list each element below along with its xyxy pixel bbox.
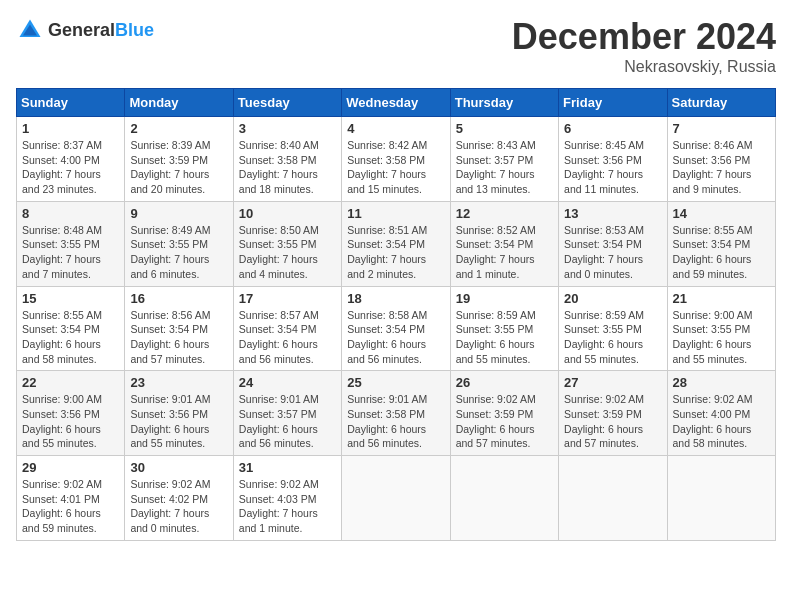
calendar-location: Nekrasovskiy, Russia xyxy=(512,58,776,76)
calendar-cell: 2Sunrise: 8:39 AM Sunset: 3:59 PM Daylig… xyxy=(125,117,233,202)
calendar-cell xyxy=(450,456,558,541)
day-number: 17 xyxy=(239,291,336,306)
day-number: 8 xyxy=(22,206,119,221)
day-detail: Sunrise: 9:01 AM Sunset: 3:57 PM Dayligh… xyxy=(239,392,336,451)
day-detail: Sunrise: 9:02 AM Sunset: 4:02 PM Dayligh… xyxy=(130,477,227,536)
day-number: 28 xyxy=(673,375,770,390)
day-number: 6 xyxy=(564,121,661,136)
calendar-cell: 25Sunrise: 9:01 AM Sunset: 3:58 PM Dayli… xyxy=(342,371,450,456)
col-tuesday: Tuesday xyxy=(233,89,341,117)
day-detail: Sunrise: 9:02 AM Sunset: 4:00 PM Dayligh… xyxy=(673,392,770,451)
calendar-week-5: 29Sunrise: 9:02 AM Sunset: 4:01 PM Dayli… xyxy=(17,456,776,541)
day-detail: Sunrise: 8:57 AM Sunset: 3:54 PM Dayligh… xyxy=(239,308,336,367)
logo-general: General xyxy=(48,20,115,40)
day-number: 16 xyxy=(130,291,227,306)
day-detail: Sunrise: 9:02 AM Sunset: 3:59 PM Dayligh… xyxy=(564,392,661,451)
day-detail: Sunrise: 8:40 AM Sunset: 3:58 PM Dayligh… xyxy=(239,138,336,197)
day-detail: Sunrise: 9:02 AM Sunset: 4:01 PM Dayligh… xyxy=(22,477,119,536)
day-detail: Sunrise: 8:53 AM Sunset: 3:54 PM Dayligh… xyxy=(564,223,661,282)
calendar-table: Sunday Monday Tuesday Wednesday Thursday… xyxy=(16,88,776,541)
calendar-week-4: 22Sunrise: 9:00 AM Sunset: 3:56 PM Dayli… xyxy=(17,371,776,456)
calendar-cell: 17Sunrise: 8:57 AM Sunset: 3:54 PM Dayli… xyxy=(233,286,341,371)
page-header: GeneralBlue December 2024 Nekrasovskiy, … xyxy=(16,16,776,76)
calendar-cell: 23Sunrise: 9:01 AM Sunset: 3:56 PM Dayli… xyxy=(125,371,233,456)
day-detail: Sunrise: 8:51 AM Sunset: 3:54 PM Dayligh… xyxy=(347,223,444,282)
calendar-cell: 28Sunrise: 9:02 AM Sunset: 4:00 PM Dayli… xyxy=(667,371,775,456)
day-number: 2 xyxy=(130,121,227,136)
calendar-cell: 29Sunrise: 9:02 AM Sunset: 4:01 PM Dayli… xyxy=(17,456,125,541)
day-detail: Sunrise: 8:45 AM Sunset: 3:56 PM Dayligh… xyxy=(564,138,661,197)
day-number: 10 xyxy=(239,206,336,221)
calendar-cell xyxy=(559,456,667,541)
calendar-cell: 21Sunrise: 9:00 AM Sunset: 3:55 PM Dayli… xyxy=(667,286,775,371)
calendar-title: December 2024 xyxy=(512,16,776,58)
calendar-week-2: 8Sunrise: 8:48 AM Sunset: 3:55 PM Daylig… xyxy=(17,201,776,286)
day-detail: Sunrise: 8:55 AM Sunset: 3:54 PM Dayligh… xyxy=(673,223,770,282)
day-number: 26 xyxy=(456,375,553,390)
calendar-cell: 18Sunrise: 8:58 AM Sunset: 3:54 PM Dayli… xyxy=(342,286,450,371)
calendar-cell: 8Sunrise: 8:48 AM Sunset: 3:55 PM Daylig… xyxy=(17,201,125,286)
calendar-header-row: Sunday Monday Tuesday Wednesday Thursday… xyxy=(17,89,776,117)
day-detail: Sunrise: 8:48 AM Sunset: 3:55 PM Dayligh… xyxy=(22,223,119,282)
day-number: 29 xyxy=(22,460,119,475)
day-number: 1 xyxy=(22,121,119,136)
day-detail: Sunrise: 8:52 AM Sunset: 3:54 PM Dayligh… xyxy=(456,223,553,282)
col-saturday: Saturday xyxy=(667,89,775,117)
day-number: 25 xyxy=(347,375,444,390)
day-detail: Sunrise: 9:02 AM Sunset: 4:03 PM Dayligh… xyxy=(239,477,336,536)
col-thursday: Thursday xyxy=(450,89,558,117)
day-number: 19 xyxy=(456,291,553,306)
calendar-cell: 24Sunrise: 9:01 AM Sunset: 3:57 PM Dayli… xyxy=(233,371,341,456)
day-number: 4 xyxy=(347,121,444,136)
day-number: 24 xyxy=(239,375,336,390)
day-detail: Sunrise: 8:39 AM Sunset: 3:59 PM Dayligh… xyxy=(130,138,227,197)
day-number: 31 xyxy=(239,460,336,475)
col-wednesday: Wednesday xyxy=(342,89,450,117)
day-detail: Sunrise: 8:46 AM Sunset: 3:56 PM Dayligh… xyxy=(673,138,770,197)
calendar-cell: 6Sunrise: 8:45 AM Sunset: 3:56 PM Daylig… xyxy=(559,117,667,202)
day-number: 27 xyxy=(564,375,661,390)
calendar-week-1: 1Sunrise: 8:37 AM Sunset: 4:00 PM Daylig… xyxy=(17,117,776,202)
day-detail: Sunrise: 9:00 AM Sunset: 3:55 PM Dayligh… xyxy=(673,308,770,367)
logo-icon xyxy=(16,16,44,44)
day-number: 5 xyxy=(456,121,553,136)
calendar-cell: 16Sunrise: 8:56 AM Sunset: 3:54 PM Dayli… xyxy=(125,286,233,371)
day-number: 13 xyxy=(564,206,661,221)
day-detail: Sunrise: 8:42 AM Sunset: 3:58 PM Dayligh… xyxy=(347,138,444,197)
day-number: 11 xyxy=(347,206,444,221)
calendar-cell xyxy=(667,456,775,541)
calendar-cell: 26Sunrise: 9:02 AM Sunset: 3:59 PM Dayli… xyxy=(450,371,558,456)
calendar-cell: 10Sunrise: 8:50 AM Sunset: 3:55 PM Dayli… xyxy=(233,201,341,286)
day-number: 9 xyxy=(130,206,227,221)
day-detail: Sunrise: 8:37 AM Sunset: 4:00 PM Dayligh… xyxy=(22,138,119,197)
day-number: 30 xyxy=(130,460,227,475)
calendar-cell: 14Sunrise: 8:55 AM Sunset: 3:54 PM Dayli… xyxy=(667,201,775,286)
day-number: 7 xyxy=(673,121,770,136)
title-block: December 2024 Nekrasovskiy, Russia xyxy=(512,16,776,76)
day-number: 22 xyxy=(22,375,119,390)
calendar-cell: 3Sunrise: 8:40 AM Sunset: 3:58 PM Daylig… xyxy=(233,117,341,202)
day-detail: Sunrise: 8:43 AM Sunset: 3:57 PM Dayligh… xyxy=(456,138,553,197)
day-detail: Sunrise: 9:02 AM Sunset: 3:59 PM Dayligh… xyxy=(456,392,553,451)
logo: GeneralBlue xyxy=(16,16,154,44)
col-sunday: Sunday xyxy=(17,89,125,117)
calendar-cell: 27Sunrise: 9:02 AM Sunset: 3:59 PM Dayli… xyxy=(559,371,667,456)
calendar-cell: 13Sunrise: 8:53 AM Sunset: 3:54 PM Dayli… xyxy=(559,201,667,286)
day-detail: Sunrise: 9:01 AM Sunset: 3:56 PM Dayligh… xyxy=(130,392,227,451)
day-detail: Sunrise: 9:01 AM Sunset: 3:58 PM Dayligh… xyxy=(347,392,444,451)
col-monday: Monday xyxy=(125,89,233,117)
day-detail: Sunrise: 8:55 AM Sunset: 3:54 PM Dayligh… xyxy=(22,308,119,367)
day-number: 20 xyxy=(564,291,661,306)
calendar-cell: 1Sunrise: 8:37 AM Sunset: 4:00 PM Daylig… xyxy=(17,117,125,202)
calendar-cell: 5Sunrise: 8:43 AM Sunset: 3:57 PM Daylig… xyxy=(450,117,558,202)
calendar-cell: 4Sunrise: 8:42 AM Sunset: 3:58 PM Daylig… xyxy=(342,117,450,202)
calendar-cell: 31Sunrise: 9:02 AM Sunset: 4:03 PM Dayli… xyxy=(233,456,341,541)
day-number: 18 xyxy=(347,291,444,306)
day-number: 3 xyxy=(239,121,336,136)
calendar-cell: 15Sunrise: 8:55 AM Sunset: 3:54 PM Dayli… xyxy=(17,286,125,371)
day-number: 21 xyxy=(673,291,770,306)
calendar-cell: 19Sunrise: 8:59 AM Sunset: 3:55 PM Dayli… xyxy=(450,286,558,371)
day-detail: Sunrise: 8:49 AM Sunset: 3:55 PM Dayligh… xyxy=(130,223,227,282)
col-friday: Friday xyxy=(559,89,667,117)
day-detail: Sunrise: 8:59 AM Sunset: 3:55 PM Dayligh… xyxy=(564,308,661,367)
